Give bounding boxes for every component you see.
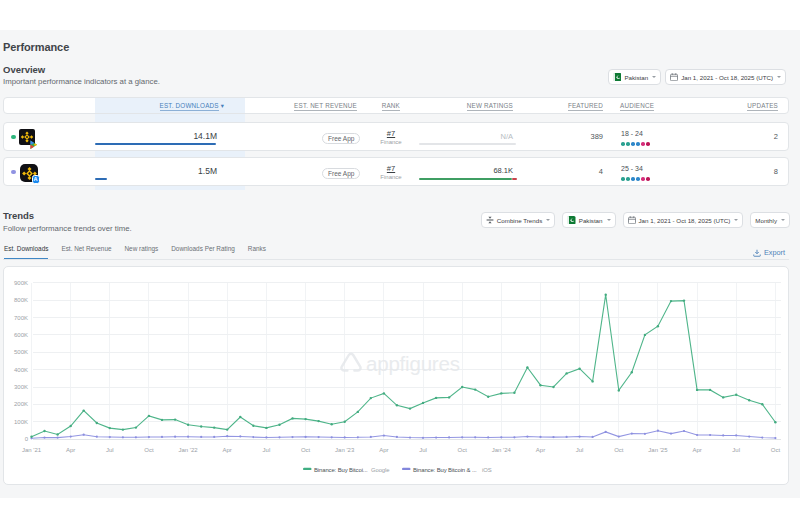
svg-text:Jan '21: Jan '21	[22, 447, 42, 453]
svg-text:appfigures: appfigures	[366, 352, 460, 375]
svg-text:Jul: Jul	[576, 447, 584, 453]
svg-text:Jul: Jul	[732, 447, 740, 453]
svg-text:500K: 500K	[14, 349, 28, 355]
svg-text:300K: 300K	[14, 384, 28, 390]
svg-text:Google: Google	[371, 467, 390, 473]
svg-text:Apr: Apr	[379, 447, 388, 453]
svg-text:Oct: Oct	[614, 447, 624, 453]
svg-text:Jan '25: Jan '25	[648, 447, 668, 453]
svg-text:100K: 100K	[14, 419, 28, 425]
svg-text:Apr: Apr	[692, 447, 701, 453]
svg-text:Jan '22: Jan '22	[179, 447, 199, 453]
svg-text:Jan '24: Jan '24	[492, 447, 512, 453]
svg-text:Jan '23: Jan '23	[335, 447, 355, 453]
svg-text:400K: 400K	[14, 367, 28, 373]
svg-text:200K: 200K	[14, 401, 28, 407]
svg-text:900K: 900K	[14, 280, 28, 286]
svg-text:Apr: Apr	[66, 447, 75, 453]
svg-text:Oct: Oct	[144, 447, 154, 453]
svg-text:Jul: Jul	[106, 447, 114, 453]
svg-text:Jul: Jul	[419, 447, 427, 453]
svg-text:800K: 800K	[14, 297, 28, 303]
svg-text:Apr: Apr	[223, 447, 232, 453]
svg-text:Binance: Buy Bitcoin & ...: Binance: Buy Bitcoin & ...	[413, 467, 477, 473]
svg-text:0: 0	[25, 436, 29, 442]
svg-text:Oct: Oct	[458, 447, 468, 453]
svg-text:Binance: Buy Bitcoi...: Binance: Buy Bitcoi...	[314, 467, 368, 473]
svg-text:iOS: iOS	[482, 467, 492, 473]
svg-text:600K: 600K	[14, 332, 28, 338]
svg-text:Apr: Apr	[536, 447, 545, 453]
svg-text:Oct: Oct	[301, 447, 311, 453]
svg-text:Oct: Oct	[771, 447, 781, 453]
svg-text:Jul: Jul	[263, 447, 271, 453]
svg-text:700K: 700K	[14, 315, 28, 321]
